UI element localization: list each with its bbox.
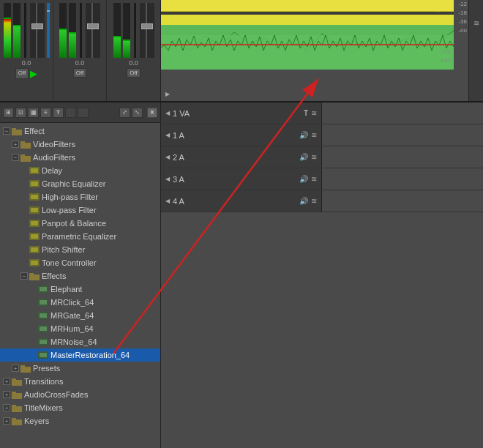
- tree-item-elephant[interactable]: Elephant: [0, 283, 160, 296]
- track-3a-expand[interactable]: ◀: [165, 176, 170, 182]
- toolbar-blank2: [78, 108, 89, 118]
- expand-audiocrossfades[interactable]: +: [3, 391, 10, 398]
- audiocrossfades-label: AudioCrossFades: [24, 390, 88, 399]
- tree-item-videofilters[interactable]: + VideoFilters: [0, 138, 160, 151]
- tree-item-low-pass[interactable]: Low-pass Filter: [0, 204, 160, 217]
- play-button[interactable]: ▶: [30, 68, 37, 79]
- keyers-label: Keyers: [24, 417, 49, 425]
- tree-item-mrgate[interactable]: MRGate_64: [0, 309, 160, 322]
- tree-item-presets[interactable]: + Presets: [0, 362, 160, 375]
- ruler-minus12: -12: [458, 0, 467, 9]
- track-1t-type-icon[interactable]: T: [304, 109, 308, 117]
- tree-item-high-pass[interactable]: High-pass Filter: [0, 190, 160, 204]
- track-2a-content: [322, 146, 483, 168]
- toolbar-expand[interactable]: ⤢: [119, 108, 130, 118]
- track-1a-speaker[interactable]: 🔊: [299, 131, 308, 139]
- tree-item-audiocrossfades[interactable]: + AudioCrossFades: [0, 388, 160, 401]
- toolbar-grid2[interactable]: ⊡: [15, 108, 26, 118]
- folder-icon-keyers: [12, 417, 22, 425]
- track-row-1t: ◀ 1 VA T ≋: [161, 102, 483, 124]
- track-4a-expand[interactable]: ◀: [165, 198, 170, 204]
- tree-item-keyers[interactable]: + Keyers: [0, 414, 160, 428]
- tree-item-audiofilters[interactable]: − AudioFilters: [0, 151, 160, 164]
- tree-item-effects-folder[interactable]: − Effects: [0, 269, 160, 283]
- channel-1-btn1[interactable]: Off: [15, 68, 29, 79]
- svg-rect-10: [31, 182, 38, 186]
- tree-item-parametric[interactable]: Parametric Equalizer: [0, 230, 160, 243]
- svg-rect-32: [40, 326, 47, 331]
- track-4a-eq[interactable]: ≋: [311, 197, 317, 205]
- track-3a-speaker[interactable]: 🔊: [299, 175, 308, 183]
- svg-rect-1: [12, 130, 22, 135]
- effect-icon-graphic-eq: [29, 180, 40, 187]
- track-1t-expand[interactable]: ◀: [165, 110, 170, 116]
- videofilters-label: VideoFilters: [33, 140, 75, 149]
- track-row-2a: ◀ 2 A 🔊 ≋: [161, 146, 483, 168]
- expand-presets[interactable]: +: [12, 365, 19, 372]
- plugin-icon-mrhum: [38, 325, 48, 332]
- tree-item-graphic-equalizer[interactable]: Graphic Equalizer: [0, 177, 160, 190]
- toolbar-text[interactable]: T: [53, 108, 64, 118]
- ruler-minus36: -36: [458, 18, 467, 26]
- expand-effect[interactable]: −: [3, 127, 10, 135]
- track-2a-eq[interactable]: ≋: [311, 153, 317, 161]
- expand-audiofilters[interactable]: −: [12, 154, 19, 161]
- expand-transitions[interactable]: +: [3, 378, 10, 385]
- mrclick-label: MRClick_64: [50, 298, 94, 307]
- close-panel-button[interactable]: ×: [147, 108, 157, 118]
- channel-1: 0.0 Off ▶: [0, 0, 53, 101]
- tree-item-delay[interactable]: Delay: [0, 164, 160, 177]
- track-1t-eq[interactable]: ≋: [311, 109, 317, 117]
- transitions-label: Transitions: [24, 377, 63, 386]
- svg-rect-5: [20, 156, 31, 162]
- expand-videofilters[interactable]: +: [12, 141, 19, 148]
- tree-item-mrclick[interactable]: MRClick_64: [0, 296, 160, 309]
- eq-right-1[interactable]: ≋: [473, 19, 479, 27]
- low-pass-label: Low-pass Filter: [42, 206, 97, 214]
- svg-rect-23: [29, 275, 40, 280]
- folder-icon-transitions: [12, 378, 22, 386]
- toolbar-grid4[interactable]: ≡: [40, 108, 51, 118]
- track-1a-eq[interactable]: ≋: [311, 131, 317, 139]
- track-4a-speaker[interactable]: 🔊: [299, 197, 308, 205]
- titlemixers-label: TitleMixers: [24, 403, 63, 412]
- track-3a-eq[interactable]: ≋: [311, 175, 317, 183]
- plugin-icon-mrnoise: [38, 338, 48, 346]
- expand-effects[interactable]: −: [20, 272, 28, 280]
- toolbar-grid3[interactable]: ▦: [28, 108, 39, 118]
- expand-titlemixers[interactable]: +: [3, 404, 10, 411]
- toolbar-grid1[interactable]: ⊞: [3, 108, 14, 118]
- tree-item-masterrestoration[interactable]: MasterRestoration_64: [0, 348, 160, 362]
- track-1t-name: 1 VA: [173, 109, 301, 118]
- vol-label: VOL: [441, 48, 452, 56]
- track-2a-speaker[interactable]: 🔊: [299, 153, 308, 161]
- svg-rect-36: [40, 353, 47, 357]
- tree-item-panpot[interactable]: Panpot & Balance: [0, 217, 160, 230]
- tree-item-mrnoise[interactable]: MRNoise_64: [0, 335, 160, 348]
- tree-item-pitch-shifter[interactable]: Pitch Shifter: [0, 243, 160, 256]
- track-2a-expand[interactable]: ◀: [165, 154, 170, 160]
- svg-rect-37: [20, 367, 31, 373]
- toolbar-blank1: [65, 108, 76, 118]
- tree-item-tone[interactable]: Tone Controller: [0, 256, 160, 269]
- svg-rect-45: [12, 419, 22, 425]
- presets-label: Presets: [33, 364, 60, 373]
- expand-keyers[interactable]: +: [3, 417, 10, 425]
- pitch-label: Pitch Shifter: [42, 245, 85, 254]
- svg-rect-16: [31, 221, 38, 225]
- track-1a-expand[interactable]: ◀: [165, 132, 170, 138]
- tree-item-transitions[interactable]: + Transitions: [0, 375, 160, 388]
- track-expand-down[interactable]: ▶: [165, 91, 170, 97]
- tree-item-effect[interactable]: − Effect: [0, 124, 160, 138]
- svg-rect-38: [20, 365, 25, 367]
- folder-icon-audiocrossfades: [12, 391, 22, 399]
- tree-item-titlemixers[interactable]: + TitleMixers: [0, 401, 160, 414]
- channel-3-btn1[interactable]: Off: [127, 68, 141, 78]
- track-3a-content: [322, 168, 483, 190]
- channel-2-btn1[interactable]: Off: [73, 68, 87, 78]
- folder-icon-titlemixers: [12, 404, 22, 412]
- svg-rect-43: [12, 406, 22, 412]
- toolbar-shrink[interactable]: ⤡: [132, 108, 143, 118]
- tree-item-mrhum[interactable]: MRHum_64: [0, 322, 160, 335]
- svg-rect-30: [40, 313, 47, 318]
